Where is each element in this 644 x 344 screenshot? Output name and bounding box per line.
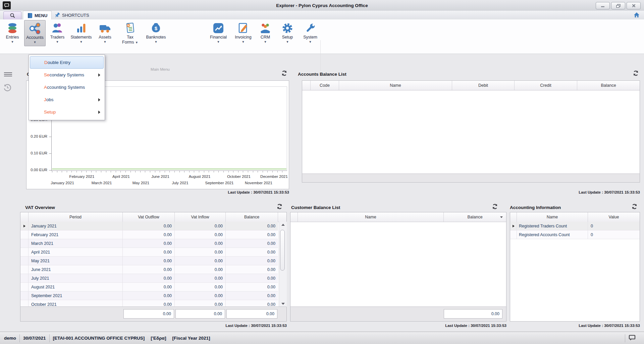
menu-item-setup[interactable]: Setup	[30, 106, 104, 118]
indicator-column-header	[290, 212, 298, 222]
tab-shortcuts[interactable]: SHORTCUTS	[50, 11, 93, 19]
table-row[interactable]: May 2021 0.00 0.00 0.00	[20, 257, 278, 265]
grid-header: Period Vat Outflow Vat Inflow Balance	[20, 212, 286, 222]
indicator-column-header	[20, 212, 29, 222]
dropdown-arrow-icon: ▼	[56, 40, 59, 44]
grid-footer	[302, 174, 640, 182]
grid-header: Code Name Debit Credit Balance	[302, 81, 640, 90]
ribbon-button-banknotes[interactable]: $ Banknotes ▼	[144, 20, 168, 46]
table-row[interactable]: June 2021 0.00 0.00 0.00	[20, 265, 278, 274]
last-update-label: Last Update : 30/07/2021 15:33:53	[405, 324, 506, 328]
x-axis-label: June 2021	[151, 175, 169, 179]
refresh-button[interactable]	[281, 70, 288, 76]
column-header-vat-inflow[interactable]: Vat Inflow	[175, 212, 226, 222]
table-row[interactable]: September 2021 0.00 0.00 0.00	[20, 291, 278, 300]
submenu-arrow-icon	[98, 73, 100, 77]
menu-item-accounting-systems[interactable]: Accounting Systems	[30, 81, 104, 93]
close-button[interactable]	[627, 2, 641, 9]
ribbon-button-tax-forms[interactable]: % Tax Forms ▼	[117, 20, 143, 46]
table-row[interactable]: Registered Accounts Count 0	[510, 230, 640, 239]
table-row[interactable]: April 2021 0.00 0.00 0.00	[20, 248, 278, 257]
dropdown-arrow-icon: ▼	[104, 40, 107, 44]
x-axis-label: December 2021	[260, 175, 288, 179]
current-row-indicator	[23, 225, 25, 227]
ribbon-button-system[interactable]: System ▼	[299, 20, 321, 46]
grid-rows: January 2021 0.00 0.00 0.00 February 202…	[20, 222, 278, 307]
refresh-button[interactable]	[633, 70, 639, 76]
history-clock-icon[interactable]	[3, 84, 11, 93]
book-icon	[27, 12, 33, 19]
accounts-dropdown-menu: Double Entry Secondary Systems Accountin…	[29, 55, 105, 120]
ribbon-button-assets[interactable]: Assets ▼	[95, 20, 115, 46]
status-bar: demo 30/07/2021 [ETAI-001 ACCOUNTING OFF…	[0, 332, 644, 344]
search-button[interactable]	[3, 11, 21, 20]
minimize-button[interactable]	[596, 2, 610, 9]
status-branch: ['Εδρα]	[151, 336, 166, 341]
tab-menu[interactable]: MENU	[23, 11, 52, 20]
sort-arrow-icon[interactable]	[500, 216, 503, 218]
ribbon-button-traders[interactable]: Traders ▼	[47, 20, 68, 46]
column-header-balance[interactable]: Balance	[444, 212, 506, 222]
refresh-button[interactable]	[631, 204, 638, 210]
table-row[interactable]: Registered Traders Count 0	[510, 222, 640, 230]
scrollbar-thumb[interactable]	[280, 230, 285, 271]
last-update-label: Last Update : 30/07/2021 15:33:53	[188, 190, 289, 194]
messages-speech-bubble-icon[interactable]	[629, 335, 636, 342]
refresh-button[interactable]	[492, 204, 498, 210]
scroll-up-icon[interactable]	[281, 224, 285, 226]
hamburger-icon[interactable]	[4, 72, 12, 77]
table-row[interactable]: February 2021 0.00 0.00 0.00	[20, 230, 278, 239]
x-axis-label: February 2021	[69, 175, 95, 179]
column-header-name[interactable]: Name	[339, 81, 452, 90]
last-update-label: Last Update : 30/07/2021 15:33:53	[539, 190, 640, 194]
svg-text:$: $	[155, 25, 158, 31]
ribbon-button-crm[interactable]: CRM ▼	[255, 20, 276, 46]
table-row[interactable]: July 2021 0.00 0.00 0.00	[20, 274, 278, 283]
y-axis-label: 0.20 EUR	[26, 134, 47, 138]
menu-item-secondary-systems[interactable]: Secondary Systems	[30, 69, 104, 81]
ribbon-button-statements[interactable]: Statements ▼	[69, 20, 93, 46]
ribbon-button-accounts[interactable]: Accounts ▼	[24, 20, 46, 46]
menu-item-jobs[interactable]: Jobs	[30, 93, 104, 106]
crm-icon	[259, 21, 271, 35]
column-header-period[interactable]: Period	[29, 212, 123, 222]
table-row[interactable]: March 2021 0.00 0.00 0.00	[20, 239, 278, 248]
column-header-value[interactable]: Value	[588, 212, 640, 222]
column-header-code[interactable]: Code	[311, 81, 339, 90]
restore-button[interactable]	[611, 2, 625, 9]
vat-overview-title: VAT Overview	[25, 205, 55, 210]
column-header-balance[interactable]: Balance	[577, 81, 640, 90]
table-row[interactable]: January 2021 0.00 0.00 0.00	[20, 222, 278, 230]
grid-header: Name Value	[510, 212, 640, 222]
refresh-button[interactable]	[276, 204, 283, 210]
x-axis-ticks	[52, 170, 286, 173]
vertical-scrollbar[interactable]	[279, 222, 287, 307]
column-header-credit[interactable]: Credit	[515, 81, 577, 90]
status-date: 30/07/2021	[23, 336, 46, 341]
grid-summary-footer: 0.00	[290, 306, 506, 321]
table-row[interactable]: October 2021 0.00 0.00 0.00	[20, 300, 278, 307]
invoicing-icon	[237, 21, 249, 35]
column-header-vat-outflow[interactable]: Vat Outflow	[123, 212, 175, 222]
submenu-arrow-icon	[98, 111, 100, 114]
home-icon[interactable]	[633, 12, 640, 19]
column-header-debit[interactable]: Debit	[452, 81, 515, 90]
column-header-name[interactable]: Name	[517, 212, 588, 222]
dropdown-arrow-icon: ▼	[309, 40, 312, 44]
column-header-name[interactable]: Name	[298, 212, 444, 222]
scroll-down-icon[interactable]	[281, 303, 285, 305]
ribbon-button-entries[interactable]: Entries ▼	[2, 20, 23, 46]
indicator-column-header	[510, 212, 517, 222]
accounting-info-grid: Name Value Registered Traders Count 0 Re…	[510, 212, 640, 322]
column-header-balance[interactable]: Balance	[226, 212, 278, 222]
dropdown-arrow-icon: ▼	[264, 40, 267, 44]
y-axis-label: 0.10 EUR	[26, 151, 47, 155]
table-row[interactable]: August 2021 0.00 0.00 0.00	[20, 283, 278, 291]
ribbon-button-setup[interactable]: Setup ▼	[277, 20, 298, 46]
menu-item-double-entry[interactable]: Double Entry	[30, 56, 104, 69]
x-axis-label: October 2021	[227, 175, 251, 179]
accounts-balance-grid: Code Name Debit Credit Balance	[302, 80, 640, 183]
ribbon-button-financial[interactable]: Financial ▼	[207, 20, 230, 46]
ribbon-button-invoicing[interactable]: Invoicing ▼	[231, 20, 255, 46]
status-fiscal-year: [Fiscal Year 2021]	[172, 336, 210, 341]
